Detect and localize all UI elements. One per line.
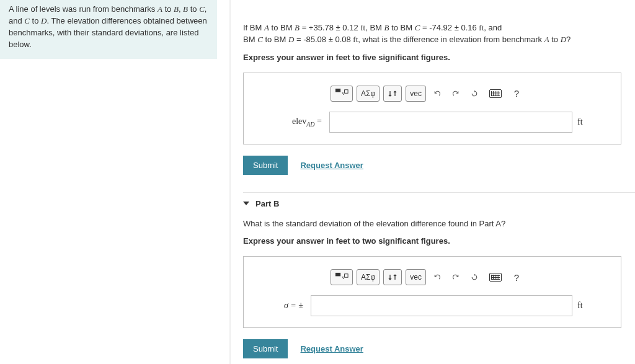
part-a-question: If BM A to BM B = +35.78 ± 0.12 ft, BM B… [243, 0, 635, 64]
reset-button[interactable] [467, 269, 482, 285]
part-b-request-answer-link[interactable]: Request Answer [300, 344, 363, 353]
help-button[interactable]: ? [509, 86, 524, 102]
keyboard-icon [489, 273, 502, 282]
part-a-unit: ft [577, 117, 596, 127]
vec-button[interactable]: vec [406, 269, 426, 285]
svg-rect-0 [335, 89, 340, 92]
vec-button[interactable]: vec [406, 86, 426, 102]
part-b-header: Part B [243, 192, 635, 215]
undo-button[interactable] [430, 269, 445, 285]
part-a-instruction: Express your answer in feet to five sign… [243, 52, 635, 64]
templates-button[interactable]: √ [331, 269, 353, 285]
undo-button[interactable] [430, 86, 445, 102]
part-b-unit: ft [577, 301, 596, 311]
templates-button[interactable]: √ [331, 86, 353, 102]
part-a-submit-button[interactable]: Submit [243, 156, 288, 175]
part-b-answer-input[interactable] [311, 295, 572, 316]
part-a-lhs: elevAD = [269, 117, 324, 128]
part-b-submit-button[interactable]: Submit [243, 339, 288, 358]
greek-button[interactable]: ΑΣφ [357, 86, 380, 102]
part-b-instruction: Express your answer in feet to two signi… [243, 236, 635, 247]
greek-button[interactable]: ΑΣφ [357, 269, 380, 285]
keyboard-button[interactable] [486, 86, 505, 102]
intro-text: A line of levels was run from benchmarks… [9, 4, 207, 49]
subscript-button[interactable] [383, 86, 402, 102]
part-b-title: Part B [255, 199, 279, 208]
svg-rect-2 [345, 90, 349, 94]
keyboard-button[interactable] [486, 269, 505, 285]
part-a-answer-box: √ ΑΣφ vec ? elevAD = ft [243, 73, 621, 144]
redo-button[interactable] [448, 269, 463, 285]
subscript-button[interactable] [383, 269, 402, 285]
part-a-request-answer-link[interactable]: Request Answer [300, 161, 363, 170]
equation-toolbar-b: √ ΑΣφ vec ? [331, 268, 596, 286]
part-b-submit-row: Submit Request Answer [243, 339, 635, 358]
part-a-answer-input[interactable] [329, 112, 572, 133]
part-b-lhs: σ = ± [269, 301, 306, 311]
equation-toolbar: √ ΑΣφ vec ? [331, 84, 596, 103]
problem-intro-panel: A line of levels was run from benchmarks… [0, 0, 217, 59]
main-content: If BM A to BM B = +35.78 ± 0.12 ft, BM B… [229, 0, 635, 364]
reset-button[interactable] [467, 86, 482, 102]
part-b-question: What is the standard deviation of the el… [243, 215, 635, 248]
svg-rect-3 [335, 273, 340, 277]
part-b-answer-box: √ ΑΣφ vec ? σ = ± ft [243, 256, 621, 328]
keyboard-icon [489, 89, 502, 98]
svg-rect-5 [345, 274, 349, 278]
collapse-icon[interactable] [243, 202, 249, 205]
help-button[interactable]: ? [509, 269, 524, 285]
part-a-submit-row: Submit Request Answer [243, 156, 635, 175]
redo-button[interactable] [448, 86, 463, 102]
